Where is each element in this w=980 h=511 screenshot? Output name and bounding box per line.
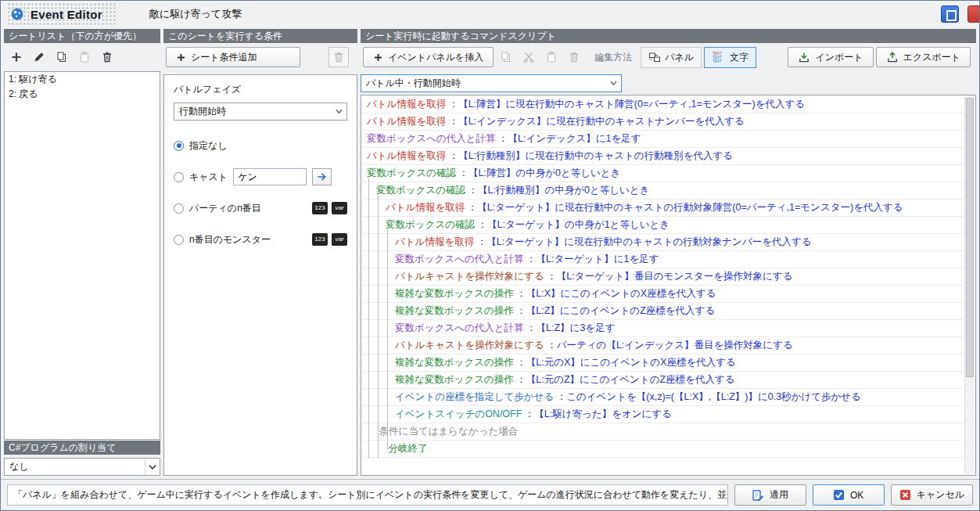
script-row[interactable]: イベントスイッチのON/OFF ：【L:駆け寄った】をオンにする [362,406,964,423]
script-row[interactable]: 複雑な変数ボックスの操作 ：【L:元のX】にこのイベントのX座標を代入する [362,354,964,372]
script-row[interactable]: イベントの座標を指定して歩かせる ：このイベントを【(x,z)=(【L:X】,【… [362,389,964,406]
radio-nth-monster-label: n番目のモンスター [189,233,271,247]
sheet-list-header: シートリスト（下の方が優先） [4,29,160,43]
script-row[interactable]: バトル情報を取得 ：【L:インデックス】に現在行動中のキャストナンバーを代入する [362,113,964,131]
sheet-list-item[interactable]: 2: 戻る [5,87,160,102]
script-row[interactable]: 変数ボックスへの代入と計算 ：【L:インデックス】に1を足す [362,131,964,148]
text-mode-icon: TEXTTEXTTEXT [712,51,726,63]
cast-name-input[interactable] [233,168,307,185]
scrollbar-thumb[interactable] [966,98,974,377]
event-editor-window: Event Editor 敵に駆け寄って攻撃 シートリスト（下の方が優先） [0,0,980,511]
restore-window-button[interactable] [941,5,959,23]
import-icon [798,52,810,63]
ok-check-icon [833,489,845,501]
add-sheet-button[interactable] [6,47,27,67]
script-row-list[interactable]: バトル情報を取得 ：【L:陣営】に現在行動中のキャスト陣営(0=パーティ,1=モ… [362,96,964,474]
import-button[interactable]: インポート [788,47,873,67]
copy-panel-button[interactable] [496,47,516,67]
radio-cast[interactable] [174,172,184,182]
insert-event-panel-label: イベントパネルを挿入 [388,51,483,64]
ok-button[interactable]: OK [813,484,885,506]
insert-event-panel-button[interactable]: イベントパネルを挿入 [363,47,494,67]
trash-icon [568,51,580,63]
sheet-list-item[interactable]: 1: 駆け寄る [5,72,160,87]
script-row[interactable]: 変数ボックスの確認 ：【L:ターゲット】の中身が1と等しいとき [362,217,964,234]
script-row[interactable]: 複雑な変数ボックスの操作 ：【L:X】にこのイベントのX座標を代入する [362,286,964,303]
script-row[interactable]: バトルキャストを操作対象にする ：パーティの【L:インデックス】番目を操作対象に… [362,337,964,354]
cancel-button[interactable]: キャンセル [891,484,973,506]
script-scrollbar[interactable] [964,96,975,474]
variable-badge-icon[interactable]: var [332,233,347,246]
number-badge-icon[interactable]: 123 [312,202,328,214]
script-row[interactable]: 複雑な変数ボックスの操作 ：【L:Z】にこのイベントのZ座標を代入する [362,303,964,320]
export-label: エクスポート [903,51,960,64]
statusbar: 「パネル」を組み合わせて、ゲーム中に実行するイベントを作成します。シート別にイベ… [1,479,979,510]
script-row[interactable]: バトル情報を取得 ：【L:ターゲット】に現在行動中のキャストの行動対象陣営(0=… [362,200,964,217]
plus-icon [373,52,383,63]
cancel-x-icon [899,489,911,501]
cast-jump-button[interactable] [312,168,332,185]
radio-party-nth-label: パーティのn番目 [189,202,261,215]
script-row[interactable]: バトルキャストを操作対象にする ：【L:ターゲット】番目のモンスターを操作対象に… [362,268,964,286]
variable-badge-icon[interactable]: var [332,202,347,214]
script-row[interactable]: 条件に当てはまらなかった場合 [362,423,964,441]
close-window-button[interactable] [967,5,980,23]
paste-sheet-button[interactable] [74,47,95,67]
import-label: インポート [815,51,863,64]
script-trigger-select[interactable]: バトル中・行動開始時 [361,74,622,92]
panel-mode-label: パネル [665,51,694,64]
condition-header: このシートを実行する条件 [163,29,357,43]
copy-sheet-button[interactable] [52,47,72,67]
add-condition-label: シート条件追加 [191,51,257,64]
sheet-condition-panel: このシートを実行する条件 シート条件追加 バトルフェイズ 行動開始時 指定なし [163,29,357,476]
plus-icon [10,51,23,63]
cut-panel-button[interactable] [519,47,539,67]
sheet-toolbar [4,43,160,71]
chevron-down-icon [145,459,160,475]
edit-method-label: 編集方法 [594,51,632,64]
command-script-header: シート実行時に起動するコマンドスクリプト [361,29,976,43]
plus-icon [176,52,186,63]
sheet-list[interactable]: 1: 駆け寄る2: 戻る [4,71,160,440]
number-badge-icon[interactable]: 123 [312,233,328,246]
title-area: Event Editor [7,2,117,26]
help-text: 「パネル」を組み合わせて、ゲーム中に実行するイベントを作成します。シート別にイベ… [7,484,728,506]
scissors-icon [522,51,535,63]
script-box: バトル情報を取得 ：【L:陣営】に現在行動中のキャスト陣営(0=パーティ,1=モ… [361,95,976,476]
svg-text:TEXT: TEXT [713,59,722,63]
script-row[interactable]: 分岐終了 [362,441,964,458]
tree-guide [387,230,388,450]
radio-cast-label: キャスト [189,171,228,184]
delete-sheet-button[interactable] [97,47,117,67]
radio-no-target[interactable] [174,141,184,151]
text-mode-button[interactable]: TEXTTEXTTEXT 文字 [704,47,756,68]
script-row[interactable]: 変数ボックスへの代入と計算 ：【L:Z】に3を足す [362,320,964,337]
script-row[interactable]: バトル情報を取得 ：【L:陣営】に現在行動中のキャスト陣営(0=パーティ,1=モ… [362,96,964,113]
apply-button[interactable]: 適用 [734,484,806,506]
script-row[interactable]: 変数ボックスへの代入と計算 ：【L:ターゲット】に1を足す [362,251,964,268]
script-row[interactable]: バトル情報を取得 ：【L:行動種別】に現在行動中のキャストの行動種別を代入する [362,148,964,165]
export-button[interactable]: エクスポート [876,47,971,67]
radio-nth-monster[interactable] [174,235,184,245]
panel-mode-button[interactable]: パネル [641,47,702,68]
script-row[interactable]: 複雑な変数ボックスの操作 ：【L:元のZ】にこのイベントのZ座標を代入する [362,372,964,389]
apply-icon [752,489,764,502]
delete-condition-button[interactable] [328,47,349,67]
panel-mode-icon [648,51,661,63]
condition-body: バトルフェイズ 行動開始時 指定なし キャスト パーティのn番目 [163,74,357,476]
trash-icon [101,51,113,63]
radio-party-nth[interactable] [174,203,184,214]
script-row[interactable]: 変数ボックスの確認 ：【L:陣営】の中身が0と等しいとき [362,165,964,182]
add-condition-button[interactable]: シート条件追加 [166,47,300,67]
csharp-program-select[interactable]: なし [4,458,160,476]
battle-phase-label: バトルフェイズ [174,83,347,96]
delete-panel-button[interactable] [564,47,584,67]
rename-sheet-button[interactable] [29,47,49,67]
tree-guide [368,178,369,458]
ok-label: OK [850,490,863,501]
app-title: Event Editor [31,8,102,21]
paste-panel-button[interactable] [541,47,562,67]
battle-phase-select[interactable]: 行動開始時 [174,103,347,121]
script-row[interactable]: バトル情報を取得 ：【L:ターゲット】に現在行動中のキャストの行動対象ナンバーを… [362,234,964,251]
script-row[interactable]: 変数ボックスの確認 ：【L:行動種別】の中身が0と等しいとき [362,182,964,200]
